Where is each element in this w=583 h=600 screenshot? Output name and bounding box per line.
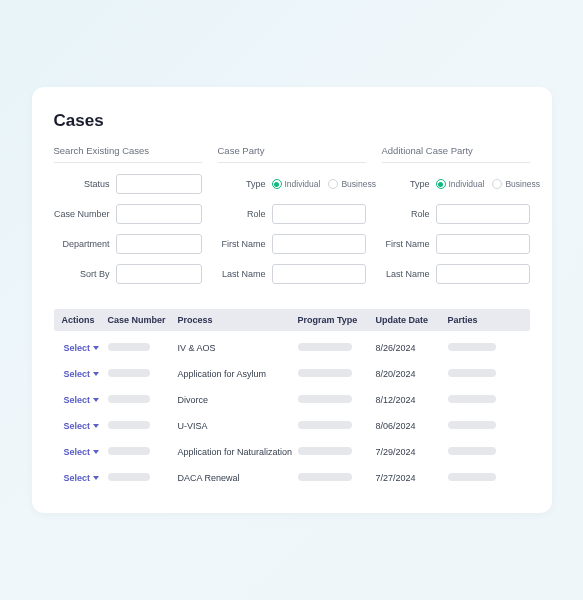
label-sort-by: Sort By bbox=[54, 269, 116, 279]
field-addl-role: Role bbox=[382, 203, 530, 225]
radio-addl-business[interactable]: Business bbox=[492, 179, 540, 189]
placeholder-program-type bbox=[298, 421, 352, 429]
label-party-role: Role bbox=[218, 209, 272, 219]
section-header-party: Case Party bbox=[218, 145, 366, 163]
placeholder-program-type bbox=[298, 395, 352, 403]
th-actions[interactable]: Actions bbox=[58, 315, 108, 325]
label-addl-first-name: First Name bbox=[382, 239, 436, 249]
placeholder-parties bbox=[448, 421, 496, 429]
cell-process: U-VISA bbox=[178, 421, 298, 431]
placeholder-parties bbox=[448, 395, 496, 403]
th-program-type[interactable]: Program Type bbox=[298, 315, 376, 325]
radio-party-business[interactable]: Business bbox=[328, 179, 376, 189]
table-header-row: Actions Case Number Process Program Type… bbox=[54, 309, 530, 331]
table-row: SelectDivorce8/12/2024 bbox=[54, 387, 530, 413]
field-department: Department bbox=[54, 233, 202, 255]
input-party-role[interactable] bbox=[272, 204, 366, 224]
placeholder-program-type bbox=[298, 473, 352, 481]
table-row: SelectApplication for Naturalization7/29… bbox=[54, 439, 530, 465]
input-addl-role[interactable] bbox=[436, 204, 530, 224]
placeholder-program-type bbox=[298, 369, 352, 377]
field-addl-last-name: Last Name bbox=[382, 263, 530, 285]
input-party-last-name[interactable] bbox=[272, 264, 366, 284]
cell-update-date: 8/26/2024 bbox=[376, 343, 448, 353]
section-search: Search Existing Cases Status Case Number… bbox=[54, 145, 202, 293]
radio-addl-individual[interactable]: Individual bbox=[436, 179, 485, 189]
input-department[interactable] bbox=[116, 234, 202, 254]
input-party-first-name[interactable] bbox=[272, 234, 366, 254]
field-addl-first-name: First Name bbox=[382, 233, 530, 255]
label-addl-type: Type bbox=[382, 179, 436, 189]
placeholder-parties bbox=[448, 473, 496, 481]
cell-process: IV & AOS bbox=[178, 343, 298, 353]
select-button[interactable]: Select bbox=[62, 473, 100, 483]
chevron-down-icon bbox=[93, 424, 99, 428]
cell-update-date: 7/27/2024 bbox=[376, 473, 448, 483]
radio-group-party-type: Individual Business bbox=[272, 179, 376, 189]
cases-table: Actions Case Number Process Program Type… bbox=[54, 309, 530, 491]
select-button[interactable]: Select bbox=[62, 369, 100, 379]
th-update-date[interactable]: Update Date bbox=[376, 315, 448, 325]
select-label: Select bbox=[64, 473, 91, 483]
placeholder-parties bbox=[448, 343, 496, 351]
placeholder-case-number bbox=[108, 447, 150, 455]
section-header-additional: Additional Case Party bbox=[382, 145, 530, 163]
cell-update-date: 8/20/2024 bbox=[376, 369, 448, 379]
table-body: SelectIV & AOS8/26/2024SelectApplication… bbox=[54, 335, 530, 491]
section-header-search: Search Existing Cases bbox=[54, 145, 202, 163]
input-sort-by[interactable] bbox=[116, 264, 202, 284]
section-additional-party: Additional Case Party Type Individual Bu… bbox=[382, 145, 530, 293]
search-sections: Search Existing Cases Status Case Number… bbox=[54, 145, 530, 293]
field-party-role: Role bbox=[218, 203, 366, 225]
cases-card: Cases Search Existing Cases Status Case … bbox=[32, 87, 552, 513]
select-button[interactable]: Select bbox=[62, 343, 100, 353]
th-parties[interactable]: Parties bbox=[448, 315, 526, 325]
radio-dot-icon bbox=[328, 179, 338, 189]
input-case-number[interactable] bbox=[116, 204, 202, 224]
placeholder-case-number bbox=[108, 473, 150, 481]
chevron-down-icon bbox=[93, 476, 99, 480]
select-button[interactable]: Select bbox=[62, 421, 100, 431]
radio-dot-icon bbox=[436, 179, 446, 189]
chevron-down-icon bbox=[93, 398, 99, 402]
cell-process: Divorce bbox=[178, 395, 298, 405]
field-party-type: Type Individual Business bbox=[218, 173, 366, 195]
select-button[interactable]: Select bbox=[62, 447, 100, 457]
placeholder-program-type bbox=[298, 343, 352, 351]
field-party-first-name: First Name bbox=[218, 233, 366, 255]
cell-update-date: 7/29/2024 bbox=[376, 447, 448, 457]
th-process[interactable]: Process bbox=[178, 315, 298, 325]
input-status[interactable] bbox=[116, 174, 202, 194]
radio-dot-icon bbox=[272, 179, 282, 189]
field-party-last-name: Last Name bbox=[218, 263, 366, 285]
input-addl-first-name[interactable] bbox=[436, 234, 530, 254]
placeholder-case-number bbox=[108, 395, 150, 403]
select-button[interactable]: Select bbox=[62, 395, 100, 405]
select-label: Select bbox=[64, 447, 91, 457]
placeholder-case-number bbox=[108, 369, 150, 377]
table-row: SelectU-VISA8/06/2024 bbox=[54, 413, 530, 439]
cell-update-date: 8/06/2024 bbox=[376, 421, 448, 431]
radio-label-individual: Individual bbox=[285, 179, 321, 189]
label-party-first-name: First Name bbox=[218, 239, 272, 249]
cell-process: DACA Renewal bbox=[178, 473, 298, 483]
radio-label-addl-business: Business bbox=[505, 179, 540, 189]
table-row: SelectIV & AOS8/26/2024 bbox=[54, 335, 530, 361]
chevron-down-icon bbox=[93, 372, 99, 376]
input-addl-last-name[interactable] bbox=[436, 264, 530, 284]
placeholder-case-number bbox=[108, 421, 150, 429]
th-case-number[interactable]: Case Number bbox=[108, 315, 178, 325]
radio-label-business: Business bbox=[341, 179, 376, 189]
label-addl-role: Role bbox=[382, 209, 436, 219]
field-addl-type: Type Individual Business bbox=[382, 173, 530, 195]
select-label: Select bbox=[64, 395, 91, 405]
placeholder-case-number bbox=[108, 343, 150, 351]
page-title: Cases bbox=[54, 111, 530, 131]
cell-update-date: 8/12/2024 bbox=[376, 395, 448, 405]
label-party-type: Type bbox=[218, 179, 272, 189]
radio-party-individual[interactable]: Individual bbox=[272, 179, 321, 189]
cell-process: Application for Asylum bbox=[178, 369, 298, 379]
table-row: SelectDACA Renewal7/27/2024 bbox=[54, 465, 530, 491]
select-label: Select bbox=[64, 343, 91, 353]
placeholder-program-type bbox=[298, 447, 352, 455]
